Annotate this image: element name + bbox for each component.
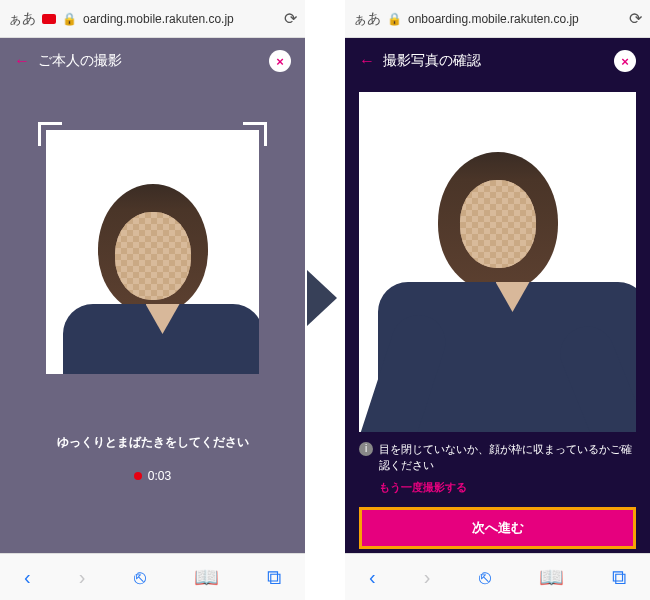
capture-screen: ← ご本人の撮影 × ゆっくりとまばたきをしてください 0:03 [0,38,305,553]
page-title: 撮影写真の確認 [383,52,481,70]
text-size-control[interactable]: ぁあ [8,10,36,28]
url-text: oarding.mobile.rakuten.co.jp [83,12,278,26]
bookmarks-icon[interactable]: 📖 [194,565,219,589]
review-screen: ← 撮影写真の確認 × i 目を閉じていないか、顔が枠に収まっているかご確認くだ… [345,38,650,553]
page-title: ご本人の撮影 [38,52,122,70]
forward-icon: › [424,566,431,589]
record-dot-icon [134,472,142,480]
refresh-icon[interactable]: ⟳ [284,9,297,28]
share-icon[interactable]: ⎋ [479,566,491,589]
recording-timer: 0:03 [0,469,305,483]
phone-capture: ぁあ 🔒 oarding.mobile.rakuten.co.jp ⟳ ← ご本… [0,0,305,600]
captured-photo [359,92,636,432]
frame-corner-icon [38,122,62,146]
phone-review: ぁあ 🔒 onboarding.mobile.rakuten.co.jp ⟳ ←… [345,0,650,600]
frame-corner-icon [243,122,267,146]
lock-icon: 🔒 [62,12,77,26]
browser-bar: ぁあ 🔒 oarding.mobile.rakuten.co.jp ⟳ [0,0,305,38]
back-icon[interactable]: ‹ [369,566,376,589]
share-icon[interactable]: ⎋ [134,566,146,589]
photo-preview [46,130,259,374]
header: ← ご本人の撮影 × [0,38,305,84]
browser-bar: ぁあ 🔒 onboarding.mobile.rakuten.co.jp ⟳ [345,0,650,38]
recording-icon [42,14,56,24]
url-text: onboarding.mobile.rakuten.co.jp [408,12,623,26]
camera-viewport [38,122,267,382]
safari-toolbar: ‹ › ⎋ 📖 ⧉ [0,553,305,600]
close-button[interactable]: × [269,50,291,72]
instruction-text: ゆっくりとまばたきをしてください [0,434,305,451]
back-arrow-icon[interactable]: ← [14,52,30,70]
safari-toolbar: ‹ › ⎋ 📖 ⧉ [345,553,650,600]
header: ← 撮影写真の確認 × [345,38,650,84]
close-button[interactable]: × [614,50,636,72]
lock-icon: 🔒 [387,12,402,26]
timer-value: 0:03 [148,469,171,483]
back-arrow-icon[interactable]: ← [359,52,375,70]
refresh-icon[interactable]: ⟳ [629,9,642,28]
retake-link[interactable]: もう一度撮影する [379,480,636,495]
info-icon: i [359,442,373,456]
next-button[interactable]: 次へ進む [359,507,636,549]
back-icon[interactable]: ‹ [24,566,31,589]
tabs-icon[interactable]: ⧉ [267,566,281,589]
flow-arrow-icon [307,270,337,326]
forward-icon: › [79,566,86,589]
bookmarks-icon[interactable]: 📖 [539,565,564,589]
tabs-icon[interactable]: ⧉ [612,566,626,589]
text-size-control[interactable]: ぁあ [353,10,381,28]
confirm-message: 目を閉じていないか、顔が枠に収まっているかご確認ください [379,442,636,474]
confirmation-area: i 目を閉じていないか、顔が枠に収まっているかご確認ください もう一度撮影する [359,442,636,495]
